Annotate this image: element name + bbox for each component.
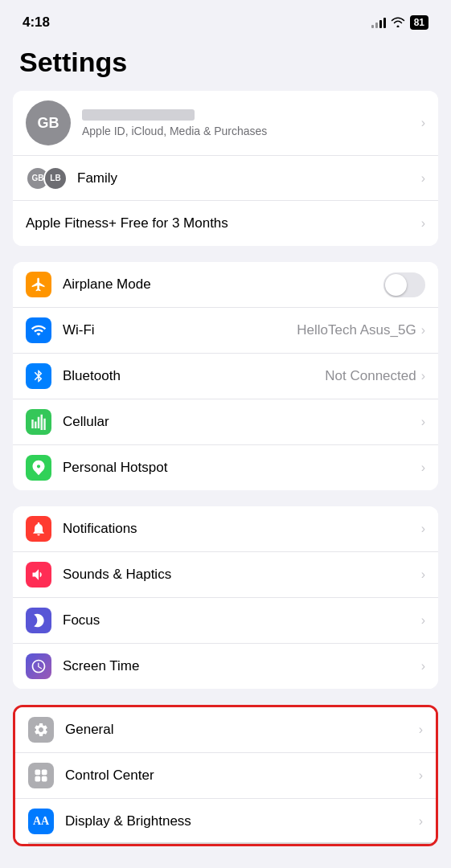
notifications-label: Notifications [63, 521, 421, 537]
sounds-chevron: › [421, 567, 425, 582]
toggle-thumb [385, 274, 407, 296]
fitness-row[interactable]: Apple Fitness+ Free for 3 Months › [13, 201, 438, 246]
display-row[interactable]: AA Display & Brightness › [15, 799, 436, 844]
family-avatar-lb: LB [43, 166, 68, 190]
cellular-row[interactable]: Cellular › [13, 399, 438, 445]
apple-id-chevron: › [421, 116, 425, 130]
controlcenter-icon [28, 763, 54, 788]
airplane-mode-row[interactable]: Airplane Mode [13, 262, 438, 308]
page-title: Settings [0, 40, 451, 91]
wifi-row[interactable]: Wi-Fi HelloTech Asus_5G › [13, 308, 438, 354]
wifi-label: Wi-Fi [63, 322, 297, 338]
network-card: Airplane Mode Wi-Fi HelloTech Asus_5G › … [13, 262, 438, 490]
apple-id-subtitle: Apple ID, iCloud, Media & Purchases [82, 125, 421, 137]
notif-card: Notifications › Sounds & Haptics › Focus… [13, 506, 438, 689]
bluetooth-row[interactable]: Bluetooth Not Connected › [13, 354, 438, 399]
cellular-label: Cellular [63, 414, 421, 430]
hotspot-row[interactable]: Personal Hotspot › [13, 445, 438, 490]
wifi-status-icon [391, 16, 405, 30]
signal-icon [371, 17, 386, 28]
hotspot-chevron: › [421, 461, 425, 475]
profile-name-blurred [82, 109, 195, 121]
family-row[interactable]: GB LB Family › [13, 156, 438, 201]
focus-label: Focus [63, 612, 421, 628]
display-icon: AA [28, 809, 54, 834]
cellular-icon [26, 409, 51, 435]
screentime-label: Screen Time [63, 658, 421, 674]
screentime-chevron: › [421, 659, 425, 674]
bluetooth-icon [26, 363, 51, 389]
display-chevron: › [419, 814, 423, 829]
family-chevron: › [421, 171, 425, 186]
focus-row[interactable]: Focus › [13, 598, 438, 644]
family-avatars: GB LB [26, 166, 68, 190]
airplane-mode-icon [26, 272, 51, 297]
general-label: General [65, 722, 419, 738]
hotspot-icon [26, 455, 51, 481]
general-chevron: › [419, 723, 423, 737]
notifications-row[interactable]: Notifications › [13, 506, 438, 552]
sounds-label: Sounds & Haptics [63, 567, 421, 583]
svg-rect-3 [42, 776, 47, 782]
bluetooth-label: Bluetooth [63, 368, 325, 384]
hotspot-label: Personal Hotspot [63, 460, 421, 476]
profile-card: GB Apple ID, iCloud, Media & Purchases ›… [13, 91, 438, 246]
svg-rect-1 [42, 770, 47, 776]
avatar: GB [26, 100, 71, 145]
status-icons: 81 [371, 15, 428, 30]
notifications-icon [26, 516, 51, 542]
notifications-chevron: › [421, 522, 425, 536]
general-icon [28, 717, 54, 743]
wifi-icon [26, 317, 51, 343]
airplane-mode-label: Airplane Mode [63, 276, 383, 293]
bluetooth-chevron: › [421, 369, 425, 383]
status-time: 4:18 [23, 14, 50, 31]
cellular-chevron: › [421, 415, 425, 429]
general-row[interactable]: General › [15, 707, 436, 753]
fitness-chevron: › [421, 216, 425, 231]
status-bar: 4:18 81 [0, 0, 451, 40]
focus-chevron: › [421, 613, 425, 628]
svg-rect-2 [35, 776, 41, 782]
sounds-row[interactable]: Sounds & Haptics › [13, 552, 438, 598]
apple-id-row[interactable]: GB Apple ID, iCloud, Media & Purchases › [13, 91, 438, 156]
bluetooth-value: Not Connected [325, 368, 416, 384]
sounds-icon [26, 562, 51, 588]
battery-indicator: 81 [410, 15, 428, 30]
profile-info: Apple ID, iCloud, Media & Purchases [82, 109, 421, 137]
focus-icon [26, 608, 51, 633]
display-label: Display & Brightness [65, 813, 419, 829]
svg-rect-0 [35, 770, 41, 776]
wifi-value: HelloTech Asus_5G [297, 322, 416, 338]
screentime-row[interactable]: Screen Time › [13, 644, 438, 689]
family-label: Family [77, 170, 421, 186]
fitness-label: Apple Fitness+ Free for 3 Months [26, 215, 421, 231]
airplane-mode-toggle[interactable] [383, 272, 425, 297]
controlcenter-row[interactable]: Control Center › [15, 753, 436, 799]
controlcenter-chevron: › [419, 768, 423, 783]
system-card: General › Control Center › AA Display & … [13, 705, 438, 846]
controlcenter-label: Control Center [65, 768, 419, 784]
wifi-chevron: › [421, 323, 425, 338]
screentime-icon [26, 653, 51, 679]
